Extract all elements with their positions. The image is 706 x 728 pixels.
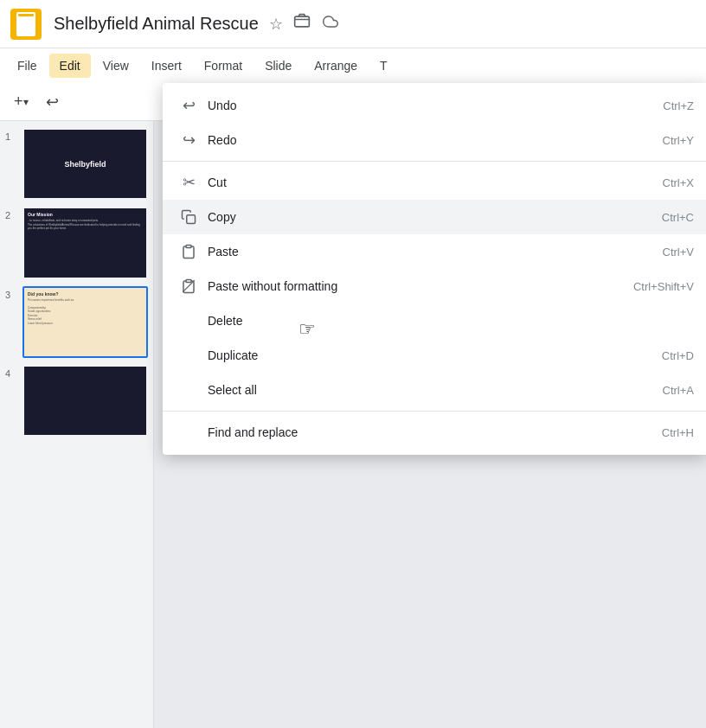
separator-2 <box>163 411 706 412</box>
app-logo <box>10 9 42 40</box>
menu-item-more[interactable]: T <box>369 54 398 78</box>
menu-paste[interactable]: Paste Ctrl+V <box>163 234 706 269</box>
title-bar: Shelbyfield Animal Rescue ☆ <box>0 0 706 48</box>
slide-thumbnail-4 <box>22 365 148 437</box>
slide-item-3[interactable]: 3 Did you know? Pet owners experience be… <box>5 286 148 358</box>
select-all-label: Select all <box>201 383 628 397</box>
menu-copy[interactable]: Copy Ctrl+C <box>163 200 706 234</box>
menu-item-slide[interactable]: Slide <box>254 54 302 78</box>
folder-move-icon[interactable] <box>293 13 311 35</box>
copy-label: Copy <box>201 210 627 224</box>
slide-thumbnail-1: Shelbyfield <box>22 128 148 200</box>
menu-cut[interactable]: ✂ Cut Ctrl+X <box>163 165 706 200</box>
slide3-title: Did you know? <box>28 291 143 297</box>
slide-thumbnail-3: Did you know? Pet owners experience bene… <box>22 286 148 358</box>
cut-label: Cut <box>201 176 628 189</box>
slide-thumbnail-2: Our Mission ...to rescue, rehabilitate, … <box>22 207 148 278</box>
menu-delete[interactable]: Delete <box>163 303 706 338</box>
slide3-body: Pet owners experience benefits such as: … <box>28 298 143 326</box>
duplicate-shortcut: Ctrl+D <box>627 349 694 362</box>
separator-1 <box>163 161 706 162</box>
paste-shortcut: Ctrl+V <box>628 246 694 259</box>
find-replace-shortcut: Ctrl+H <box>627 426 694 439</box>
cut-shortcut: Ctrl+X <box>628 176 694 189</box>
delete-label: Delete <box>201 314 659 328</box>
cloud-icon[interactable] <box>321 14 340 34</box>
menu-item-file[interactable]: File <box>7 54 48 78</box>
menu-find-replace[interactable]: Find and replace Ctrl+H <box>163 415 706 450</box>
edit-dropdown-menu: ↩ Undo Ctrl+Z ↪ Redo Ctrl+Y ✂ Cut Ctrl+X… <box>163 83 706 455</box>
title-icons: ☆ <box>269 13 340 35</box>
add-dropdown-icon: ▾ <box>23 96 29 108</box>
add-icon: + <box>14 93 23 111</box>
redo-shortcut: Ctrl+Y <box>628 134 694 147</box>
slide-item-4[interactable]: 4 <box>5 365 148 437</box>
add-slide-button[interactable]: + ▾ <box>7 89 35 114</box>
app-logo-inner <box>16 12 35 36</box>
menu-item-view[interactable]: View <box>93 54 139 78</box>
svg-rect-0 <box>294 16 309 27</box>
undo-menu-icon: ↩ <box>176 96 201 115</box>
select-all-shortcut: Ctrl+A <box>628 384 694 397</box>
slide2-body: ...to rescue, rehabilitate, and re-home … <box>28 219 143 230</box>
menu-select-all[interactable]: Select all Ctrl+A <box>163 373 706 407</box>
svg-rect-1 <box>187 215 196 224</box>
slide-number-3: 3 <box>5 290 17 300</box>
menu-bar: File Edit View Insert Format Slide Arran… <box>0 48 706 83</box>
slide-item-1[interactable]: 1 Shelbyfield <box>5 128 148 200</box>
redo-label: Redo <box>201 133 628 147</box>
undo-shortcut: Ctrl+Z <box>628 99 694 112</box>
slide2-title: Our Mission <box>28 212 143 217</box>
duplicate-label: Duplicate <box>201 348 627 362</box>
star-icon[interactable]: ☆ <box>269 15 283 34</box>
menu-item-format[interactable]: Format <box>194 54 253 78</box>
slide-number-4: 4 <box>5 368 17 379</box>
slide-number-1: 1 <box>5 131 17 142</box>
paste-no-format-shortcut: Ctrl+Shift+V <box>599 280 694 293</box>
undo-button[interactable]: ↩ <box>39 89 66 115</box>
menu-paste-without-formatting[interactable]: Paste without formatting Ctrl+Shift+V <box>163 269 706 303</box>
slides-panel: 1 Shelbyfield 2 Our Mission ...to rescue… <box>0 121 154 728</box>
slide1-title-text: Shelbyfield <box>64 160 106 169</box>
menu-item-edit[interactable]: Edit <box>49 54 91 78</box>
copy-menu-icon <box>176 209 201 225</box>
svg-rect-3 <box>186 280 191 283</box>
menu-duplicate[interactable]: Duplicate Ctrl+D <box>163 338 706 373</box>
redo-menu-icon: ↪ <box>176 131 201 150</box>
menu-redo[interactable]: ↪ Redo Ctrl+Y <box>163 123 706 157</box>
copy-shortcut: Ctrl+C <box>627 211 694 224</box>
find-replace-label: Find and replace <box>201 425 627 439</box>
slide-item-2[interactable]: 2 Our Mission ...to rescue, rehabilitate… <box>5 207 148 278</box>
cut-menu-icon: ✂ <box>176 173 201 192</box>
undo-label: Undo <box>201 99 628 112</box>
document-title: Shelbyfield Animal Rescue <box>54 14 259 34</box>
paste-no-format-icon <box>176 278 201 294</box>
undo-icon: ↩ <box>46 93 59 112</box>
menu-undo[interactable]: ↩ Undo Ctrl+Z <box>163 88 706 123</box>
slide-number-2: 2 <box>5 210 17 220</box>
paste-label: Paste <box>201 245 628 259</box>
paste-menu-icon <box>176 244 201 259</box>
menu-item-arrange[interactable]: Arrange <box>304 54 368 78</box>
paste-no-format-label: Paste without formatting <box>201 279 599 293</box>
svg-rect-2 <box>186 246 191 248</box>
menu-item-insert[interactable]: Insert <box>141 54 192 78</box>
